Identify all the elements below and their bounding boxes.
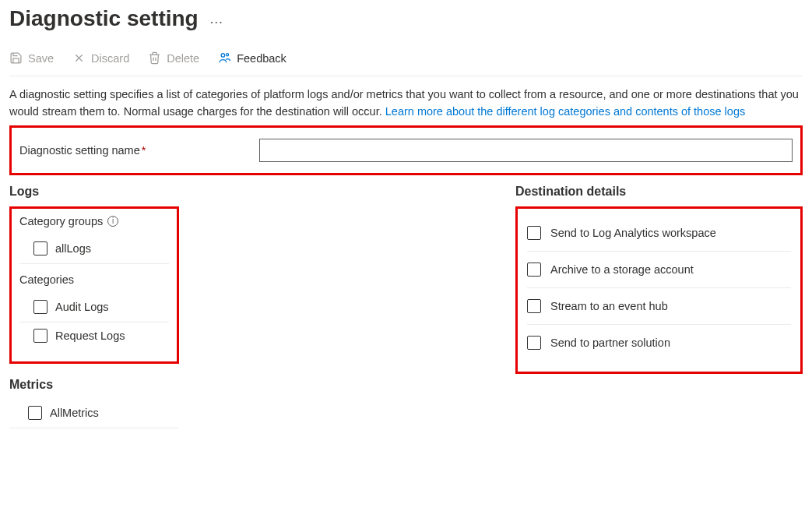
info-icon[interactable]: i [107, 216, 118, 227]
destination-box: Send to Log Analytics workspace Archive … [515, 206, 803, 374]
required-asterisk: * [142, 144, 146, 157]
learn-more-link[interactable]: Learn more about the different log categ… [385, 105, 745, 118]
delete-label: Delete [167, 52, 199, 65]
diagnostic-name-input[interactable] [259, 139, 793, 162]
audit-logs-label: Audit Logs [55, 301, 109, 313]
feedback-button[interactable]: Feedback [218, 51, 286, 65]
allmetrics-checkbox[interactable] [28, 406, 42, 420]
discard-button[interactable]: Discard [72, 51, 129, 65]
dest-partner-label: Send to partner solution [550, 337, 670, 349]
categories-label: Categories [19, 273, 169, 286]
dest-storage-label: Archive to a storage account [550, 263, 694, 276]
dest-eventhub-label: Stream to an event hub [550, 300, 668, 312]
dest-eventhub-checkbox[interactable] [527, 299, 541, 313]
more-actions-button[interactable]: … [209, 11, 225, 27]
audit-logs-checkbox[interactable] [33, 300, 47, 314]
dest-partner-checkbox[interactable] [527, 336, 541, 350]
dest-storage-checkbox[interactable] [527, 263, 541, 277]
description-text: A diagnostic setting specifies a list of… [9, 86, 803, 121]
page-title: Diagnostic setting [9, 6, 199, 31]
logs-box: Category groups i allLogs Categories Aud… [9, 206, 179, 364]
request-logs-checkbox[interactable] [33, 329, 47, 343]
delete-button[interactable]: Delete [148, 51, 199, 65]
svg-point-3 [227, 54, 229, 56]
dest-log-analytics-label: Send to Log Analytics workspace [550, 227, 716, 239]
svg-point-2 [221, 54, 225, 58]
dest-log-analytics-checkbox[interactable] [527, 226, 541, 240]
request-logs-label: Request Logs [55, 330, 125, 342]
diagnostic-name-row: Diagnostic setting name* [9, 125, 803, 175]
feedback-icon [218, 51, 231, 65]
save-icon [9, 51, 23, 65]
allmetrics-label: AllMetrics [50, 407, 99, 419]
command-bar: Save Discard Delete Feedback [9, 45, 803, 76]
discard-icon [72, 51, 86, 65]
destination-section-title: Destination details [515, 185, 803, 199]
metrics-section-title: Metrics [9, 378, 484, 392]
delete-icon [148, 51, 161, 65]
discard-label: Discard [91, 52, 129, 65]
diagnostic-name-label: Diagnostic setting name* [19, 144, 245, 157]
logs-section-title: Logs [9, 185, 484, 199]
alllogs-label: allLogs [55, 242, 91, 255]
category-groups-label: Category groups i [19, 215, 169, 227]
alllogs-checkbox[interactable] [33, 241, 47, 256]
save-button[interactable]: Save [9, 51, 54, 65]
save-label: Save [28, 52, 54, 65]
feedback-label: Feedback [237, 52, 286, 65]
